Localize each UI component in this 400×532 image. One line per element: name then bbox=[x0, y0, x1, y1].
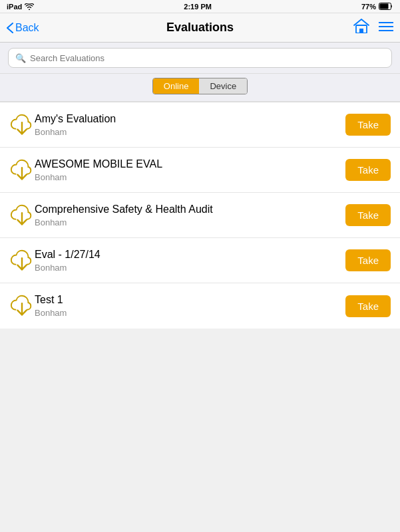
evaluation-list: Amy's Evaluation Bonham Take AWESOME MOB… bbox=[0, 102, 400, 329]
item-title: Eval - 1/27/14 bbox=[35, 249, 345, 261]
take-button[interactable]: Take bbox=[345, 159, 391, 181]
battery-label: 77% bbox=[361, 3, 376, 11]
nav-bar: Back Evaluations bbox=[0, 13, 400, 43]
item-subtitle: Bonham bbox=[35, 127, 345, 137]
download-icon bbox=[9, 112, 35, 138]
item-info: Comprehensive Safety & Health Audit Bonh… bbox=[35, 203, 345, 227]
search-icon: 🔍 bbox=[15, 53, 26, 63]
segment-device[interactable]: Device bbox=[199, 78, 247, 94]
item-info: Amy's Evaluation Bonham bbox=[35, 113, 345, 137]
take-button[interactable]: Take bbox=[345, 249, 391, 271]
item-subtitle: Bonham bbox=[35, 263, 345, 273]
search-input[interactable] bbox=[30, 53, 385, 63]
back-chevron-icon bbox=[7, 23, 13, 33]
item-subtitle: Bonham bbox=[35, 217, 345, 227]
page-title: Evaluations bbox=[166, 21, 234, 35]
status-left: iPad bbox=[7, 3, 34, 11]
item-info: Eval - 1/27/14 Bonham bbox=[35, 249, 345, 273]
take-button[interactable]: Take bbox=[345, 114, 391, 136]
segment-control: Online Device bbox=[152, 78, 248, 94]
carrier-label: iPad bbox=[7, 3, 22, 11]
search-bar-container: 🔍 bbox=[0, 43, 400, 74]
status-right: 77% bbox=[361, 3, 393, 11]
item-title: Test 1 bbox=[35, 294, 345, 306]
item-title: Amy's Evaluation bbox=[35, 113, 345, 125]
battery-icon bbox=[379, 3, 393, 10]
item-title: AWESOME MOBILE EVAL bbox=[35, 158, 345, 170]
home-icon bbox=[353, 19, 369, 33]
take-button[interactable]: Take bbox=[345, 295, 391, 317]
menu-icon bbox=[379, 21, 393, 32]
download-icon bbox=[9, 248, 35, 273]
list-item: Comprehensive Safety & Health Audit Bonh… bbox=[0, 193, 400, 238]
svg-rect-1 bbox=[380, 4, 389, 9]
status-bar: iPad 2:19 PM 77% bbox=[0, 0, 400, 13]
svg-rect-3 bbox=[359, 29, 363, 33]
nav-icons bbox=[353, 19, 393, 37]
list-item: Amy's Evaluation Bonham Take bbox=[0, 102, 400, 148]
wifi-icon bbox=[25, 3, 34, 10]
segment-online[interactable]: Online bbox=[153, 78, 200, 94]
search-bar[interactable]: 🔍 bbox=[8, 48, 392, 68]
item-title: Comprehensive Safety & Health Audit bbox=[35, 203, 345, 215]
bottom-area bbox=[0, 329, 400, 462]
take-button[interactable]: Take bbox=[345, 204, 391, 226]
download-icon bbox=[9, 158, 35, 183]
download-icon bbox=[9, 203, 35, 228]
list-item: Test 1 Bonham Take bbox=[0, 283, 400, 329]
home-button[interactable] bbox=[353, 19, 369, 37]
item-subtitle: Bonham bbox=[35, 172, 345, 182]
list-item: AWESOME MOBILE EVAL Bonham Take bbox=[0, 148, 400, 193]
item-subtitle: Bonham bbox=[35, 308, 345, 318]
segment-container: Online Device bbox=[0, 74, 400, 102]
time-label: 2:19 PM bbox=[184, 3, 212, 11]
back-button[interactable]: Back bbox=[7, 22, 39, 34]
menu-button[interactable] bbox=[379, 20, 393, 35]
download-icon bbox=[9, 293, 35, 319]
back-label: Back bbox=[15, 22, 39, 34]
item-info: Test 1 Bonham bbox=[35, 294, 345, 318]
list-item: Eval - 1/27/14 Bonham Take bbox=[0, 238, 400, 283]
item-info: AWESOME MOBILE EVAL Bonham bbox=[35, 158, 345, 182]
